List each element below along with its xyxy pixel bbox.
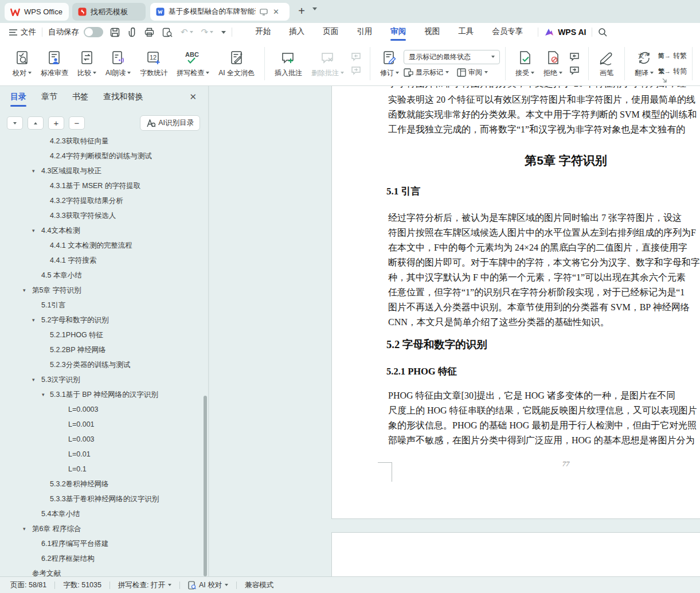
toc-item[interactable]: ▾ 参考文献: [0, 566, 202, 576]
close-tab-icon[interactable]: ✕: [273, 7, 279, 16]
toc-item[interactable]: ▾ 5.3汉字识别: [0, 372, 202, 387]
toc-item[interactable]: ▾ 第5章 字符识别: [0, 283, 202, 298]
undo-button[interactable]: ↶: [181, 27, 193, 37]
previous-change-icon[interactable]: [569, 52, 581, 61]
toc-item[interactable]: ▾ 4.4文本检测: [0, 223, 202, 238]
menu-tab[interactable]: 插入: [280, 23, 314, 41]
tab-wps-home[interactable]: WPS Office: [5, 3, 69, 21]
collapse-triangle-icon[interactable]: ▾: [32, 163, 35, 178]
menu-tab[interactable]: 视图: [415, 23, 449, 41]
accept-button[interactable]: 接受: [511, 45, 539, 83]
pen-button[interactable]: 画笔: [594, 45, 619, 83]
file-menu-button[interactable]: 文件: [0, 27, 36, 37]
tab-list-chevron-icon[interactable]: [312, 7, 317, 10]
print-icon[interactable]: [144, 28, 154, 37]
markup-state-select[interactable]: 显示标记的最终状态: [404, 50, 500, 64]
ai-read-button[interactable]: AI朗读: [101, 45, 135, 83]
sidebar-scrollbar[interactable]: [204, 396, 207, 576]
toc-item[interactable]: ▾ 第6章 程序综合: [0, 521, 202, 536]
tab-document[interactable]: 基于多模型融合的车牌智能识 ✕: [150, 3, 290, 21]
toc-next-heading-button[interactable]: [7, 116, 23, 130]
collapse-triangle-icon[interactable]: ▾: [23, 283, 26, 298]
toc-item[interactable]: ▾ L=0.01: [0, 447, 202, 462]
spell-check-button[interactable]: ABC 拼写检查: [172, 45, 214, 83]
collapse-triangle-icon[interactable]: ▾: [23, 521, 26, 536]
translate-button[interactable]: 文A 翻译: [630, 45, 658, 83]
document-page-59[interactable]: [331, 532, 700, 576]
toc-item[interactable]: ▾ 4.3.2字符提取结果分析: [0, 193, 202, 208]
toc-item[interactable]: ▾ 4.3.3获取字符候选人: [0, 208, 202, 223]
toc-item[interactable]: ▾ 4.3.1基于 MSER 的字符提取: [0, 178, 202, 193]
collapse-triangle-icon[interactable]: ▾: [42, 387, 45, 402]
menu-tab[interactable]: 工具: [449, 23, 483, 41]
menu-tab[interactable]: 会员专享: [483, 23, 532, 41]
tab-docer-templates[interactable]: 找稻壳模板: [72, 3, 146, 21]
export-pdf-icon[interactable]: [128, 28, 136, 37]
spellcheck-status[interactable]: 拼写检查: 打开: [118, 580, 171, 590]
toc-item[interactable]: ▾ 5.2字母和数字的识别: [0, 313, 202, 327]
menu-tab[interactable]: 页面: [314, 23, 347, 41]
show-markup-button[interactable]: 显示标记: [404, 68, 449, 77]
standard-review-button[interactable]: 标准审查: [36, 45, 73, 83]
toc-item[interactable]: ▾ 4.4.1 文本检测的完整流程: [0, 238, 202, 253]
traditional-to-simplified-button[interactable]: 繁→ 转简: [658, 67, 687, 76]
qat-more-chevron-icon[interactable]: [221, 31, 226, 34]
new-tab-button[interactable]: +: [295, 5, 308, 18]
ai-polish-button[interactable]: AI 全文润色: [214, 45, 259, 83]
wps-ai-button[interactable]: WPS AI: [544, 28, 586, 37]
toc-item[interactable]: ▾ 5.3.1基于 BP 神经网络的汉字识别: [0, 387, 202, 402]
monitor-icon[interactable]: [260, 9, 268, 15]
sidebar-tab[interactable]: 查找和替换: [103, 92, 143, 107]
restrict-edit-button[interactable]: 限制编辑: [698, 45, 700, 83]
toc-item[interactable]: ▾ 4.2.4字符判断模型的训练与测试: [0, 149, 202, 163]
save-icon[interactable]: [110, 28, 120, 37]
toc-collapse-button[interactable]: −: [69, 116, 85, 130]
toc-item[interactable]: ▾ 4.5 本章小结: [0, 268, 202, 283]
expand-ribbon-icon[interactable]: [661, 77, 668, 84]
delete-comment-button[interactable]: 删除批注: [307, 45, 349, 83]
toc-expand-button[interactable]: +: [48, 116, 64, 130]
compare-button[interactable]: 比较: [73, 45, 101, 83]
toc-item[interactable]: ▾ 5.2.1PHOG 特征: [0, 327, 202, 342]
toc-item[interactable]: ▾ L=0.001: [0, 417, 202, 432]
toc-item[interactable]: ▾ L=0.1: [0, 462, 202, 477]
word-count-button[interactable]: 12 字数统计: [135, 45, 172, 83]
toc-item[interactable]: ▾ L=0.003: [0, 432, 202, 447]
next-change-icon[interactable]: [569, 66, 581, 75]
next-comment-icon[interactable]: [351, 66, 362, 75]
toc-item[interactable]: ▾ 5.2.2BP 神经网络: [0, 342, 202, 357]
toc-item[interactable]: ▾ 4.2.3获取特征向量: [0, 134, 202, 149]
toc-item[interactable]: ▾ 5.3.2卷积神经网络: [0, 477, 202, 491]
toc-item[interactable]: ▾ L=0.0003: [0, 402, 202, 417]
search-icon[interactable]: [598, 28, 607, 37]
track-changes-button[interactable]: 修订: [376, 45, 404, 83]
toc-item[interactable]: ▾ 6.2程序框架结构: [0, 551, 202, 566]
autosave-toggle[interactable]: [84, 27, 103, 37]
menu-tab[interactable]: 开始: [246, 23, 280, 41]
toc-item[interactable]: ▾ 6.1程序编写平台搭建: [0, 536, 202, 551]
word-count-indicator[interactable]: 字数: 51035: [63, 580, 101, 590]
toc-item[interactable]: ▾ 5.1引言: [0, 298, 202, 313]
toc-item[interactable]: ▾ 5.3.3基于卷积神经网络的汉字识别: [0, 491, 202, 506]
document-page-58[interactable]: 于字符图片和非字符图片的分类，本文选择了 20 个特征用于字符判断，经 实验表明…: [331, 86, 700, 519]
sidebar-tab[interactable]: 目录: [10, 92, 26, 107]
reject-button[interactable]: 拒绝: [539, 45, 567, 83]
collapse-triangle-icon[interactable]: ▾: [32, 313, 35, 327]
print-preview-icon[interactable]: [162, 28, 173, 37]
sidebar-close-icon[interactable]: ✕: [189, 92, 197, 102]
toc-item[interactable]: ▾ 4.4.1 字符搜索: [0, 253, 202, 268]
sidebar-tab[interactable]: 书签: [72, 92, 88, 107]
simplified-to-traditional-button[interactable]: 简→ 转繁: [658, 51, 687, 61]
toc-prev-heading-button[interactable]: [28, 116, 44, 130]
menu-tab[interactable]: 审阅: [381, 23, 415, 41]
review-pane-button[interactable]: 审阅: [457, 68, 488, 77]
page-indicator[interactable]: 页面: 58/81: [10, 580, 46, 590]
toc-item[interactable]: ▾ 5.2.3分类器的训练与测试: [0, 357, 202, 372]
redo-button[interactable]: ↷: [201, 27, 214, 37]
collapse-triangle-icon[interactable]: ▾: [32, 372, 35, 387]
ai-proof-status[interactable]: AI 校对: [188, 580, 228, 590]
insert-comment-button[interactable]: 插入批注: [270, 45, 307, 83]
toc-item[interactable]: ▾ 4.3区域提取与校正: [0, 163, 202, 178]
collapse-triangle-icon[interactable]: ▾: [32, 223, 35, 238]
toc-item[interactable]: ▾ 5.4本章小结: [0, 506, 202, 521]
